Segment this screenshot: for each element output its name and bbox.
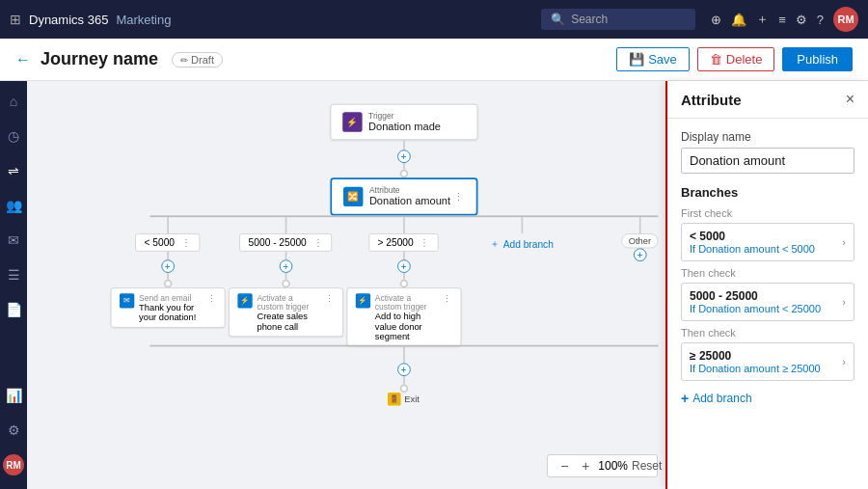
help-icon[interactable]: ?: [817, 13, 824, 27]
delete-button[interactable]: 🗑 Delete: [697, 47, 775, 71]
back-button[interactable]: ←: [15, 51, 31, 68]
sidebar-icon-settings[interactable]: ⚙: [3, 420, 24, 441]
publish-button[interactable]: Publish: [782, 47, 853, 71]
sidebar-icon-bottom: RM: [3, 454, 24, 475]
action-menu-3[interactable]: ⋮: [443, 293, 451, 304]
action-icon-3: ⚡: [355, 293, 369, 308]
branch-header-3[interactable]: > 25000 ⋮: [368, 233, 439, 252]
attribute-node[interactable]: 🔀 Attribute Donation amount ⋮: [330, 177, 477, 215]
network-icon[interactable]: ⊕: [711, 13, 721, 27]
branch-chevron-2: ›: [842, 296, 846, 308]
panel-header: Attribute ×: [667, 81, 868, 119]
branch-area: < 5000 ⋮ + ✉ Send an email: [109, 215, 665, 346]
then-check-label-1: Then check: [681, 267, 854, 279]
trigger-icon: ⚡: [342, 112, 362, 131]
zoom-level: 100%: [598, 459, 628, 473]
search-bar[interactable]: 🔍 Search: [541, 9, 695, 30]
add-node-branch-3[interactable]: +: [397, 259, 411, 273]
branch-item-text-2: 5000 - 25000 If Donation amount < 25000: [690, 289, 821, 314]
app-name: Dynamics 365: [29, 13, 108, 27]
branch-chevron-3: ›: [842, 356, 846, 367]
grid-icon[interactable]: ⊞: [10, 12, 21, 27]
branch-item-text-3: ≥ 25000 If Donation amount ≥ 25000: [690, 349, 821, 374]
branch-action-2[interactable]: ⚡ Activate a custom trigger Create sales…: [229, 287, 343, 337]
exit-icon: 🚪: [388, 393, 401, 406]
display-name-label: Display name: [681, 130, 854, 144]
zoom-reset-btn[interactable]: Reset: [632, 459, 649, 473]
add-branch-button[interactable]: ＋ Add branch: [483, 233, 559, 254]
bottom-connector: +: [397, 346, 411, 393]
search-placeholder: Search: [571, 13, 608, 26]
sidebar-icon-forms[interactable]: ☰: [3, 264, 24, 285]
avatar[interactable]: RM: [833, 7, 858, 32]
sidebar-icon-analytics[interactable]: 📊: [3, 385, 24, 406]
zoom-controls: − + 100% Reset: [547, 454, 658, 477]
branches-row: < 5000 ⋮ + ✉ Send an email: [109, 215, 665, 346]
action-text-3: Activate a custom trigger Add to high va…: [375, 293, 438, 340]
gear-icon[interactable]: ⚙: [796, 13, 807, 27]
panel-close-button[interactable]: ×: [846, 91, 854, 108]
journey-canvas[interactable]: ⚡ Trigger Donation made + 🔀 Attribute: [27, 81, 665, 489]
first-check-label: First check: [681, 207, 854, 219]
action-icon-1: ✉: [120, 293, 134, 308]
attribute-icon: 🔀: [343, 187, 363, 206]
add-node-btn-1[interactable]: +: [397, 149, 411, 163]
add-branch-panel-btn[interactable]: + Add branch: [681, 387, 854, 410]
branch-bottom-line: [149, 345, 658, 347]
add-node-branch-1[interactable]: +: [161, 259, 175, 273]
branch-header-1[interactable]: < 5000 ⋮: [135, 233, 200, 252]
sidebar-icon-journey[interactable]: ⇌: [3, 160, 24, 181]
panel-body: Display name Branches First check < 5000…: [667, 119, 868, 489]
attribute-panel: Attribute × Display name Branches First …: [665, 81, 868, 489]
exit-node: 🚪 Exit: [388, 393, 420, 406]
branches-section-title: Branches: [681, 185, 854, 200]
add-node-branch-2[interactable]: +: [279, 259, 292, 273]
save-button[interactable]: 💾 Save: [616, 47, 690, 71]
top-navigation: ⊞ Dynamics 365 Marketing 🔍 Search ⊕ 🔔 ＋ …: [0, 0, 868, 39]
main-layout: ⌂ ◷ ⇌ 👥 ✉ ☰ 📄 📊 ⚙ RM ⚡ Trigger Donation …: [0, 81, 868, 489]
toolbar-actions: 💾 Save 🗑 Delete Publish: [616, 47, 853, 71]
branch-menu-1[interactable]: ⋮: [181, 237, 191, 249]
branch-panel-item-1[interactable]: < 5000 If Donation amount < 5000 ›: [681, 223, 854, 261]
filter-icon[interactable]: ≡: [778, 13, 786, 27]
branch-item-text-1: < 5000 If Donation amount < 5000: [690, 230, 815, 255]
add-branch-icon: ＋: [490, 237, 500, 251]
branch-menu-3[interactable]: ⋮: [420, 237, 429, 249]
branch-header-2[interactable]: 5000 - 25000 ⋮: [239, 233, 332, 252]
left-sidebar: ⌂ ◷ ⇌ 👥 ✉ ☰ 📄 📊 ⚙ RM: [0, 81, 27, 489]
bell-icon[interactable]: 🔔: [731, 13, 746, 27]
action-menu-1[interactable]: ⋮: [207, 293, 216, 304]
branch-action-3[interactable]: ⚡ Activate a custom trigger Add to high …: [346, 287, 461, 346]
branch-col-add: ＋ Add branch: [464, 217, 579, 254]
branch-connector-3: +: [397, 252, 411, 287]
connector-circle-1: [399, 170, 408, 178]
action-text-1: Send an email Thank you for your donatio…: [139, 293, 202, 322]
add-node-other[interactable]: +: [634, 248, 647, 261]
attribute-menu-icon[interactable]: ⋮: [453, 190, 464, 203]
panel-title: Attribute: [681, 92, 742, 108]
trigger-node[interactable]: ⚡ Trigger Donation made: [330, 104, 477, 140]
trigger-labels: Trigger Donation made: [368, 111, 441, 132]
action-menu-2[interactable]: ⋮: [325, 293, 334, 304]
sidebar-icon-pages[interactable]: 📄: [3, 299, 24, 320]
branch-menu-2[interactable]: ⋮: [313, 237, 323, 249]
branch-panel-item-2[interactable]: 5000 - 25000 If Donation amount < 25000 …: [681, 283, 854, 321]
search-icon: 🔍: [551, 13, 565, 26]
branch-vline-1: [167, 217, 169, 233]
branch-vline-add: [521, 217, 523, 233]
module-name: Marketing: [116, 13, 171, 27]
display-name-input[interactable]: [681, 148, 854, 174]
sidebar-icon-home[interactable]: ⌂: [3, 91, 24, 112]
then-check-label-2: Then check: [681, 327, 854, 339]
branch-action-1[interactable]: ✉ Send an email Thank you for your donat…: [110, 287, 225, 328]
sidebar-icon-segment[interactable]: 👥: [3, 195, 24, 216]
plus-icon[interactable]: ＋: [756, 11, 769, 28]
action-text-2: Activate a custom trigger Create sales p…: [257, 293, 319, 331]
sidebar-icon-email[interactable]: ✉: [3, 230, 24, 251]
sidebar-icon-recent[interactable]: ◷: [3, 125, 24, 147]
draft-badge: ✏ Draft: [172, 52, 223, 68]
branch-panel-item-3[interactable]: ≥ 25000 If Donation amount ≥ 25000 ›: [681, 342, 854, 381]
zoom-plus-btn[interactable]: +: [577, 458, 594, 474]
zoom-minus-btn[interactable]: −: [556, 458, 573, 474]
add-node-bottom[interactable]: +: [397, 363, 411, 376]
